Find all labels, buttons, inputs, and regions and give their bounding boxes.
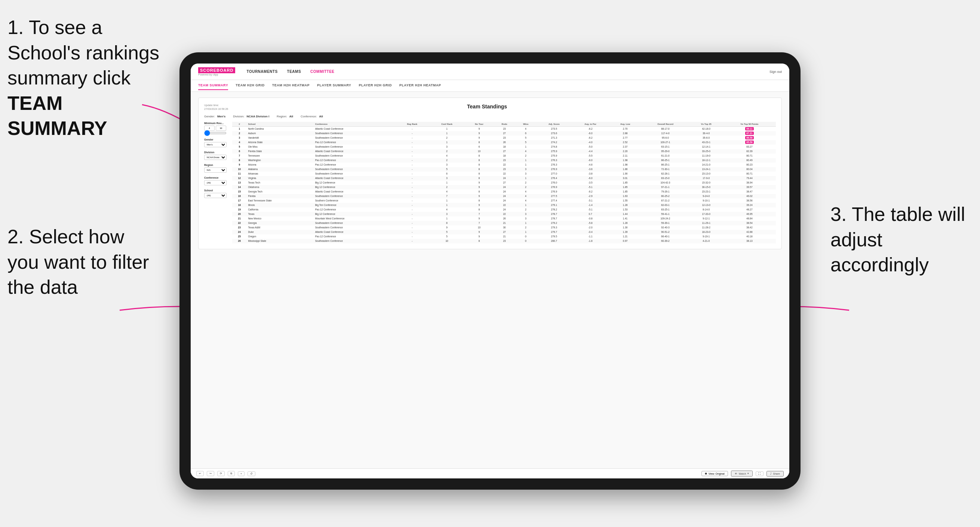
vs-top25-cell: 35-6-0 <box>689 136 723 140</box>
avg-low-cell: 1.44 <box>609 212 642 216</box>
wins-cell: 1 <box>515 230 536 234</box>
sub-nav-player-summary[interactable]: PLAYER SUMMARY <box>317 81 351 90</box>
adj-score-cell: 276.0 <box>536 181 572 185</box>
table-row: 14 Oklahoma Big 12 Conference - 2 9 24 2… <box>232 185 776 189</box>
school-select[interactable]: (All) <box>204 193 227 198</box>
section-header: Update time: 27/03/2024 16:56:26 Team St… <box>204 103 776 111</box>
vs-top25-cell: 11-19-0 <box>689 154 723 158</box>
filter-division: Division: NCAA Division I <box>233 115 269 118</box>
avg-low-cell: 2.20 <box>609 149 642 154</box>
minrou-slider[interactable] <box>204 132 227 134</box>
no-tour-cell: 9 <box>465 131 493 136</box>
rank-cell: 12 <box>232 176 247 181</box>
overall-cell: 80-25-2 <box>642 194 689 198</box>
conf-rank-cell: 1 <box>429 198 465 203</box>
sub-nav-team-h2h-grid[interactable]: TEAM H2H GRID <box>235 81 265 90</box>
conf-rank-cell: 5 <box>429 167 465 171</box>
share-btn[interactable]: ⤴ Share <box>767 471 784 476</box>
overall-cell: 66-40-1 <box>642 234 689 239</box>
rank-cell: 21 <box>232 216 247 221</box>
bottom-toolbar: ↩ ↪ ⟳ ⧉ + ⏱ ◉ View: Original 👁 Watch ▾ ⛶… <box>191 468 789 478</box>
avg-low-cell: 1.85 <box>609 181 642 185</box>
reg-rank-cell: - <box>395 208 429 212</box>
add-btn[interactable]: + <box>238 471 245 476</box>
overall-cell: 59-39-1 <box>642 221 689 225</box>
overall-cell: 109-24-2 <box>642 216 689 221</box>
conference-select[interactable]: (All) <box>204 180 227 186</box>
undo-btn[interactable]: ↩ <box>196 471 204 476</box>
overall-cell: 92-40-3 <box>642 225 689 230</box>
rank-cell: 22 <box>232 221 247 225</box>
pts-cell: 38.54 <box>723 221 776 225</box>
pts-cell: 80.71 <box>723 154 776 158</box>
wins-cell: 4 <box>515 126 536 131</box>
reg-rank-cell: - <box>395 144 429 149</box>
table-row: 13 Texas Tech Big 12 Conference - 1 9 27… <box>232 181 776 185</box>
avg-low-cell: 1.85 <box>609 185 642 189</box>
rank-cell: 23 <box>232 225 247 230</box>
sign-out-link[interactable]: Sign out <box>770 70 782 74</box>
sub-nav-player-h2h-heatmap[interactable]: PLAYER H2H HEATMAP <box>399 81 441 90</box>
reg-rank-cell: - <box>395 154 429 158</box>
logo-main: SCOREBOARD <box>198 67 235 73</box>
sidebar-gender-label: Gender <box>204 138 229 141</box>
table-row: 4 Arizona State Pac-12 Conference - 1 8 … <box>232 140 776 144</box>
gender-select[interactable]: Men's Women's <box>204 142 227 147</box>
view-original-btn[interactable]: ◉ View: Original <box>702 471 728 476</box>
conf-cell: Atlantic Coast Conference <box>314 230 396 234</box>
filter-group-minrou: Minimum Rou... <box>204 122 229 135</box>
reg-rank-cell: - <box>395 131 429 136</box>
school-cell: Ole Miss <box>247 144 313 149</box>
nav-bar: SCOREBOARD Powered by clipp TOURNAMENTS … <box>191 63 789 80</box>
sub-nav-team-summary[interactable]: TEAM SUMMARY <box>198 81 228 90</box>
redo-btn[interactable]: ↪ <box>207 471 214 476</box>
sub-nav-player-h2h-grid[interactable]: PLAYER H2H GRID <box>359 81 392 90</box>
clock-btn[interactable]: ⏱ <box>248 471 255 476</box>
expand-btn[interactable]: ⛶ <box>756 471 764 476</box>
overall-cell: 79-26-1 <box>642 189 689 194</box>
conf-rank-cell: 4 <box>429 208 465 212</box>
rank-cell: 5 <box>232 144 247 149</box>
watch-btn[interactable]: 👁 Watch ▾ <box>731 471 753 476</box>
adj-score-cell: 276.9 <box>536 167 572 171</box>
table-row: 11 Arkansas Southeastern Conference - 6 … <box>232 171 776 176</box>
rnds-cell: 22 <box>493 171 515 176</box>
conf-cell: Southeastern Conference <box>314 225 396 230</box>
watch-label: Watch <box>739 472 746 475</box>
col-vs-top25: Vs Top 25 <box>689 122 723 127</box>
table-row: 19 California Pac-12 Conference - 4 8 24… <box>232 208 776 212</box>
overall-cell: 72-30-1 <box>642 167 689 171</box>
col-wins: Wins <box>515 122 536 127</box>
conf-rank-cell: 4 <box>429 189 465 194</box>
pts-cell: 39.57 <box>723 185 776 189</box>
adj-score-cell: 279.7 <box>536 230 572 234</box>
conf-rank-cell: 5 <box>429 234 465 239</box>
wins-cell: 3 <box>515 171 536 176</box>
copy-btn[interactable]: ⧉ <box>228 471 235 476</box>
region-select[interactable]: N/A All East West Midwest South <box>204 167 227 173</box>
school-cell: Auburn <box>247 131 313 136</box>
nav-committee[interactable]: COMMITTEE <box>310 70 335 74</box>
avg-low-cell: 2.11 <box>609 154 642 158</box>
rnds-cell: 24 <box>493 176 515 181</box>
nav-teams[interactable]: TEAMS <box>287 70 301 74</box>
reg-rank-cell: - <box>395 212 429 216</box>
avg-low-cell: 1.21 <box>609 234 642 239</box>
conf-cell: Big 12 Conference <box>314 185 396 189</box>
sidebar-school-label: School <box>204 189 229 192</box>
standings-table: # School Conference Reg Rank Conf Rank N… <box>232 122 776 243</box>
tablet: SCOREBOARD Powered by clipp TOURNAMENTS … <box>180 52 800 490</box>
reg-rank-cell: - <box>395 221 429 225</box>
avg-low-cell: 2.37 <box>609 144 642 149</box>
overall-cell: 97-21-1 <box>642 185 689 189</box>
sub-nav: TEAM SUMMARY TEAM H2H GRID TEAM H2H HEAT… <box>191 80 789 92</box>
table-row: 20 Texas Big 12 Conference - 3 7 22 3 27… <box>232 212 776 216</box>
refresh-btn[interactable]: ⟳ <box>217 471 225 476</box>
no-tour-cell: 9 <box>465 136 493 140</box>
sub-nav-team-h2h-heatmap[interactable]: TEAM H2H HEATMAP <box>272 81 310 90</box>
conf-cell: Pac-12 Conference <box>314 163 396 167</box>
division-select[interactable]: NCAA Division I NCAA Division II NCAA Di… <box>204 155 227 160</box>
rnds-cell: 27 <box>493 149 515 154</box>
overall-cell: 95-29-0 <box>642 149 689 154</box>
nav-tournaments[interactable]: TOURNAMENTS <box>247 70 277 74</box>
